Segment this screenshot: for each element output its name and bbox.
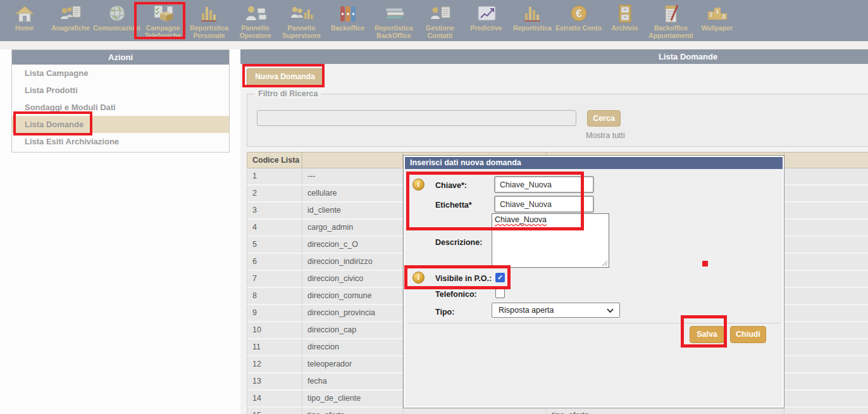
- table-cell: 7: [247, 271, 302, 288]
- table-cell: [784, 322, 868, 339]
- filter-legend: Filtro di Ricerca: [255, 89, 321, 98]
- tipo-label: Tipo:: [435, 308, 454, 317]
- sidebar-item-lista-prodotti[interactable]: Lista Prodotti: [12, 82, 229, 99]
- annotation-dot: [702, 261, 708, 267]
- chiave-input[interactable]: [494, 176, 594, 193]
- table-cell: [784, 305, 868, 322]
- toolbar-item-gestione-contatti[interactable]: Gestione Contatti: [417, 0, 463, 39]
- table-cell: direccion_comune: [302, 288, 403, 305]
- table-cell: [784, 271, 868, 288]
- visibile-checkbox[interactable]: ✓: [495, 273, 505, 282]
- telefonico-label: Telefonico:: [435, 290, 477, 299]
- sidebar-item-lista-domande[interactable]: Lista Domande: [12, 116, 229, 133]
- dialog-separator: [409, 323, 781, 323]
- salva-button[interactable]: Salva: [690, 326, 724, 343]
- table-cell: direccion: [302, 339, 403, 356]
- toolbar-item-comunicazioni[interactable]: Comunicazioni: [94, 0, 140, 32]
- sidebar-item-sondaggi-e-moduli-dati[interactable]: Sondaggi e Moduli Dati: [12, 99, 229, 116]
- toolbar-item-reportistica[interactable]: Reportistica: [509, 0, 555, 32]
- toolbar-item-anagrafiche[interactable]: Anagrafiche: [47, 0, 94, 32]
- sidebar-item-lista-campagne[interactable]: Lista Campagne: [12, 65, 229, 82]
- table-cell: [784, 237, 868, 254]
- etichetta-input[interactable]: [494, 196, 594, 213]
- toolbar-item-label: Anagrafiche: [51, 25, 90, 32]
- toolbar-item-label: Predictive: [470, 25, 502, 32]
- toolbar-item-label: Wallpaper: [702, 25, 733, 32]
- sidebar-items: Lista CampagneLista ProdottiSondaggi e M…: [12, 65, 229, 150]
- toolbar-item-archivio[interactable]: Archivio: [602, 0, 648, 32]
- table-cell: direccion_cap: [302, 322, 403, 339]
- toolbar-item-estratto-conto[interactable]: €Estratto Conto: [555, 0, 602, 32]
- table-cell: teleoperador: [302, 356, 403, 373]
- toolbar-item-home[interactable]: Home: [1, 0, 47, 32]
- resize-handle-icon[interactable]: [601, 260, 608, 267]
- toolbar-item-label: Pannello Operatore: [232, 25, 278, 39]
- table-cell: 11: [247, 339, 302, 356]
- table-cell: [784, 288, 868, 305]
- supervisor-chart-icon: [290, 3, 313, 24]
- contact-list-icon: [429, 3, 452, 24]
- table-cell: [784, 185, 868, 203]
- toolbar-item-campagne-telefoniche[interactable]: Campagne Telefoniche: [140, 0, 186, 39]
- home-icon: [13, 3, 36, 24]
- table-cell: tipo_oferta: [547, 408, 784, 414]
- toolbar-item-label: Campagne Telefoniche: [140, 25, 186, 39]
- tipo-selected-value: Risposta aperta: [499, 306, 554, 315]
- table-cell: ---: [302, 168, 403, 185]
- toolbar-item-label: Home: [15, 25, 34, 32]
- toolbar-item-label: Comunicazioni: [93, 25, 140, 32]
- mostra-tutti-link[interactable]: Mostra tutti: [586, 131, 625, 140]
- people-document-icon: [59, 3, 82, 24]
- sidebar-panel: Azioni Lista CampagneLista ProdottiSonda…: [11, 49, 230, 153]
- svg-text:2: 2: [709, 11, 712, 18]
- page-title: Lista Domande: [659, 49, 717, 64]
- globe-icon: [106, 3, 128, 24]
- descrizione-label: Descrizione:: [435, 238, 482, 247]
- telefonico-checkbox[interactable]: [495, 289, 505, 298]
- table-cell: direccion_provincia: [302, 305, 403, 322]
- table-cell: 14: [247, 391, 302, 408]
- table-cell: 13: [247, 373, 302, 391]
- visibile-label: Visibile in P.O.:: [435, 274, 492, 283]
- toolbar-divider: [0, 41, 868, 49]
- nuova-domanda-dialog: Inserisci dati nuova domanda i Chiave*: …: [403, 155, 784, 408]
- info-icon: i: [412, 179, 425, 191]
- toolbar-item-pannello-operatore[interactable]: Pannello Operatore: [232, 0, 278, 39]
- sidebar-title: Azioni: [12, 50, 229, 65]
- toolbar-item-pannello-supervisore[interactable]: Pannello Supervisore: [278, 0, 325, 39]
- dialog-body: Inserisci dati nuova domanda i Chiave*: …: [405, 157, 783, 406]
- table-cell: [784, 203, 868, 220]
- tipo-select[interactable]: Risposta aperta: [492, 303, 620, 318]
- toolbar-item-wallpaper[interactable]: 213Wallpaper: [694, 0, 740, 32]
- table-cell: direccion_c_O: [302, 237, 403, 254]
- cerca-button[interactable]: Cerca: [587, 110, 621, 127]
- sidebar-item-lista-esiti-archiviazione[interactable]: Lista Esiti Archiviazione: [12, 133, 229, 150]
- table-cell: 5: [247, 237, 302, 254]
- toolbar-item-reportistica-backoffice[interactable]: Reportistica BackOffice: [371, 0, 417, 39]
- app-window: HomeAnagraficheComunicazioniCampagne Tel…: [0, 0, 868, 414]
- table-cell: direccion_indirizzo: [302, 254, 403, 271]
- table-cell: 4: [247, 220, 302, 237]
- table-cell: 2: [247, 185, 302, 203]
- table-cell: [784, 254, 868, 271]
- svg-text:1: 1: [716, 8, 719, 15]
- toolbar-item-backoffice[interactable]: Backoffice: [325, 0, 371, 32]
- table-row[interactable]: 15tipo_ofertatipo_oferta: [247, 408, 868, 414]
- toolbar-item-label: Reportistica Personale: [186, 25, 232, 39]
- clipboard-box-icon: [152, 3, 175, 24]
- chiudi-button[interactable]: Chiudi: [730, 326, 766, 343]
- toolbar-item-reportistica-personale[interactable]: Reportistica Personale: [186, 0, 232, 39]
- nuova-domanda-button[interactable]: Nuova Domanda: [247, 68, 323, 85]
- table-cell: [784, 356, 868, 373]
- table-cell: 3: [247, 203, 302, 220]
- bar-chart-icon: [198, 3, 221, 24]
- table-cell: tipo_de_cliente: [302, 391, 403, 408]
- toolbar-item-label: Estratto Conto: [555, 25, 602, 32]
- search-input[interactable]: [257, 110, 576, 126]
- descrizione-textarea[interactable]: Chiave_Nuova: [492, 213, 609, 268]
- podium-icon: 213: [706, 3, 729, 24]
- toolbar-item-label: Reportistica: [513, 25, 552, 32]
- toolbar-item-predictive[interactable]: Predictive: [463, 0, 509, 32]
- toolbar-item-backoffice-appuntamenti[interactable]: Backoffice Appuntamenti: [648, 0, 694, 39]
- euro-coin-icon: €: [567, 3, 590, 24]
